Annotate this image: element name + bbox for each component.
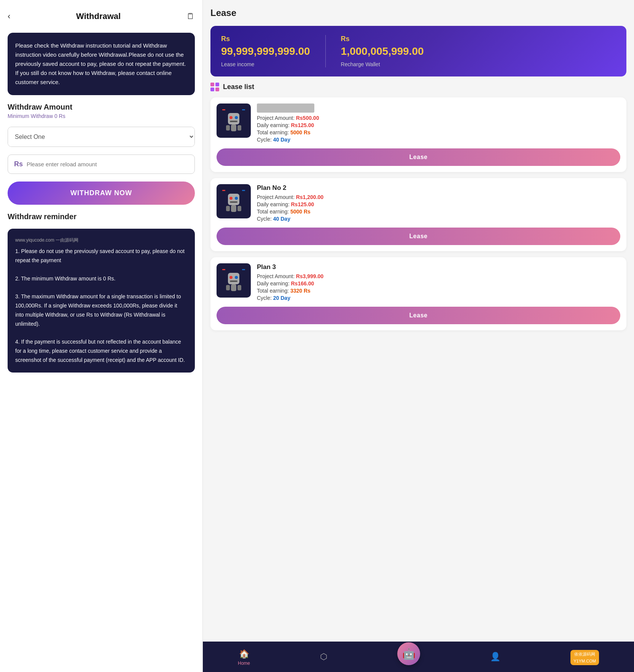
plan-1-daily-earning: Daily earning: Rs125.00	[257, 122, 620, 128]
plan-2-cycle: Cycle: 40 Day	[257, 216, 620, 222]
lease-list-label: Lease list	[223, 83, 254, 91]
lease-list-title: Lease list	[210, 83, 626, 91]
nav-watermark-badge: 依依源码网 Y1YM.COM	[570, 650, 599, 666]
lease-income-stat: Rs 99,999,999,999.00 Lease income	[221, 35, 310, 67]
plan-2-daily-earning: Daily earning: Rs125.00	[257, 201, 620, 207]
wallet-label: Recharge Wallet	[341, 61, 424, 67]
plan-3-info: Plan 3 Project Amount: Rs3,999.00 Daily …	[257, 263, 620, 302]
svg-point-19	[229, 276, 233, 279]
wallet-value: 1,000,005,999.00	[341, 45, 424, 57]
watermark-line1: 依依源码网	[574, 651, 595, 657]
nav-box[interactable]: ⬡	[320, 652, 327, 663]
amount-input-wrapper[interactable]: Rs	[8, 154, 195, 174]
back-button[interactable]: ‹	[8, 11, 10, 21]
page-title: Withdrawal	[76, 11, 121, 21]
svg-point-20	[235, 276, 238, 279]
withdraw-select[interactable]: Select One	[8, 127, 194, 147]
svg-rect-9	[228, 194, 239, 205]
svg-rect-13	[231, 205, 236, 212]
watermark-line2: Y1YM.COM	[573, 658, 596, 664]
svg-rect-0	[228, 113, 239, 124]
nav-center-button[interactable]: 🤖	[397, 642, 420, 665]
doc-icon[interactable]: 🗒	[186, 11, 195, 21]
svg-rect-3	[230, 121, 237, 122]
svg-rect-25	[222, 269, 225, 270]
wallet-currency: Rs	[341, 35, 424, 43]
right-panel: Lease Rs 99,999,999,999.00 Lease income …	[203, 0, 634, 672]
plan-1-cycle: Cycle: 40 Day	[257, 137, 620, 143]
plan-1-name: t	[257, 104, 620, 113]
svg-point-11	[235, 197, 238, 200]
svg-rect-6	[237, 125, 241, 131]
minimum-withdraw-label: Minimum Withdraw 0 Rs	[8, 113, 195, 119]
plan-1-total-earning: Total earning: 5000 Rs	[257, 129, 620, 135]
reminder-point-1: 1. Please do not use the previously save…	[15, 247, 187, 265]
lease-card-2-top: Plan No 2 Project Amount: Rs1,200.00 Dai…	[217, 184, 620, 223]
svg-rect-16	[222, 190, 225, 191]
lease-card-3: Plan 3 Project Amount: Rs3,999.00 Daily …	[210, 257, 626, 330]
svg-rect-17	[242, 190, 245, 191]
plan-2-image	[217, 184, 251, 218]
home-icon: 🏠	[239, 649, 249, 659]
lease-income-value: 99,999,999,999.00	[221, 45, 310, 57]
svg-rect-18	[228, 273, 239, 284]
nav-profile[interactable]: 👤	[490, 652, 500, 663]
plan-2-project-amount: Project Amount: Rs1,200.00	[257, 194, 620, 200]
plan-3-name: Plan 3	[257, 263, 620, 271]
nav-home[interactable]: 🏠 Home	[238, 649, 250, 666]
plan-3-total-earning: Total earning: 3320 Rs	[257, 288, 620, 294]
plan-2-name: Plan No 2	[257, 184, 620, 192]
lease-income-label: Lease income	[221, 61, 310, 67]
svg-rect-21	[230, 280, 237, 282]
select-wrapper[interactable]: Select One	[8, 127, 195, 147]
amount-input[interactable]	[27, 161, 188, 167]
reminder-point-4: 4. If the payment is successful but not …	[15, 338, 187, 365]
svg-rect-4	[231, 124, 236, 131]
plan-2-info: Plan No 2 Project Amount: Rs1,200.00 Dai…	[257, 184, 620, 223]
recharge-wallet-stat: Rs 1,000,005,999.00 Recharge Wallet	[341, 35, 424, 67]
bottom-nav: 🏠 Home ⬡ 🤖 👤 依依源码网 Y1YM.COM	[203, 642, 634, 672]
plan-2-lease-button[interactable]: Lease	[217, 228, 620, 245]
plan-1-blurred-name: t	[257, 104, 314, 113]
lease-card-1-top: t Project Amount: Rs500.00 Daily earning…	[217, 104, 620, 144]
lease-page-title: Lease	[210, 8, 626, 20]
profile-icon: 👤	[490, 652, 500, 662]
withdraw-amount-section: Withdraw Amount Minimum Withdraw 0 Rs	[8, 103, 195, 119]
svg-point-1	[229, 116, 233, 119]
list-icon	[210, 83, 219, 91]
lease-card-1: t Project Amount: Rs500.00 Daily earning…	[210, 97, 626, 172]
reminder-box: www.yiqucode.com 一由源码网 1. Please do not …	[8, 229, 195, 373]
plan-1-image	[217, 104, 251, 138]
plan-1-project-amount: Project Amount: Rs500.00	[257, 115, 620, 121]
withdraw-now-button[interactable]: WITHDRAW NOW	[8, 182, 195, 205]
svg-rect-23	[226, 285, 230, 290]
banner-divider	[325, 35, 326, 67]
lease-income-currency: Rs	[221, 35, 310, 43]
svg-rect-15	[237, 206, 241, 211]
plan-1-lease-button[interactable]: Lease	[217, 148, 620, 166]
svg-rect-7	[222, 109, 225, 110]
plan-1-info: t Project Amount: Rs500.00 Daily earning…	[257, 104, 620, 144]
svg-rect-8	[242, 109, 245, 110]
box-icon: ⬡	[320, 652, 327, 662]
left-panel: ‹ Withdrawal 🗒 Please check the Withdraw…	[0, 0, 203, 672]
lease-banner: Rs 99,999,999,999.00 Lease income Rs 1,0…	[210, 26, 626, 76]
plan-3-cycle: Cycle: 20 Day	[257, 295, 620, 301]
plan-3-lease-button[interactable]: Lease	[217, 307, 620, 324]
svg-rect-26	[242, 269, 245, 270]
lease-card-2: Plan No 2 Project Amount: Rs1,200.00 Dai…	[210, 178, 626, 251]
currency-prefix: Rs	[14, 160, 23, 168]
svg-point-10	[229, 197, 233, 200]
lease-card-3-top: Plan 3 Project Amount: Rs3,999.00 Daily …	[217, 263, 620, 302]
reminder-section: Withdraw reminder	[8, 212, 195, 221]
plan-3-image	[217, 263, 251, 298]
plan-3-daily-earning: Daily earning: Rs166.00	[257, 280, 620, 287]
header: ‹ Withdrawal 🗒	[8, 8, 195, 25]
svg-point-2	[235, 116, 238, 119]
plan-2-total-earning: Total earning: 5000 Rs	[257, 209, 620, 215]
svg-rect-5	[226, 125, 230, 131]
info-box: Please check the Withdraw instruction tu…	[8, 33, 195, 95]
svg-rect-24	[237, 285, 241, 290]
watermark-text: www.yiqucode.com 一由源码网	[15, 236, 187, 244]
reminder-point-2: 2. The minimum Withdraw amount is 0 Rs.	[15, 274, 187, 283]
